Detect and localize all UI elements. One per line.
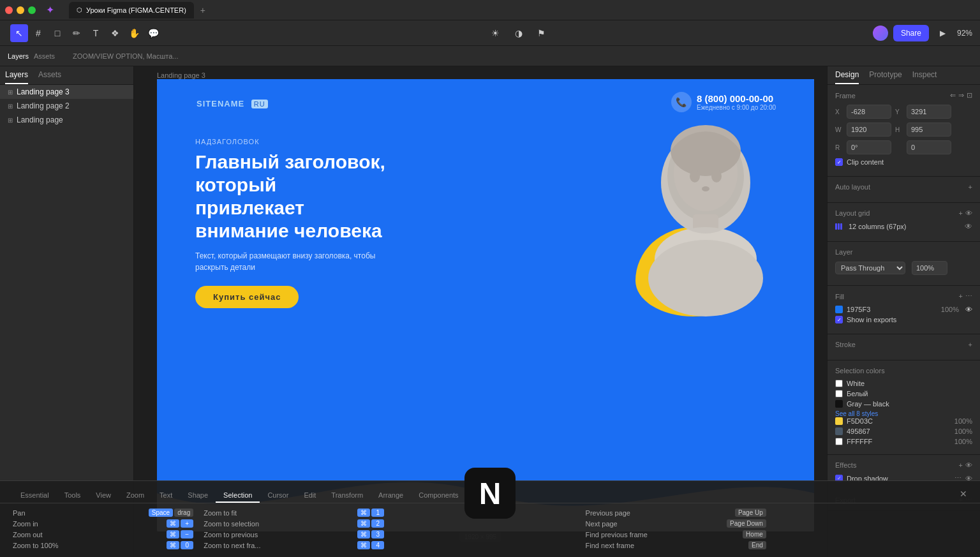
grid-toggle-icon[interactable]: 👁 [965,209,972,217]
add-effect-icon[interactable]: + [959,461,963,469]
pan-keys: Space drag [149,509,193,517]
grid-eye-icon[interactable]: 👁 [965,222,972,231]
sc-tab-zoom[interactable]: Zoom [119,489,152,503]
sc-tab-cursor[interactable]: Cursor [260,489,296,503]
grid-row: 12 columns (67px) 👁 [835,222,972,231]
cta-button[interactable]: Купить сейчас [195,286,299,308]
frame-tool-button[interactable]: # [29,24,47,42]
hand-tool-button[interactable]: ✋ [125,24,143,42]
add-auto-layout[interactable]: + [969,183,972,191]
sc-tab-view[interactable]: View [88,489,119,503]
grid-settings-icon[interactable]: + [959,209,963,217]
sc-tab-text[interactable]: Text [152,489,180,503]
cmd-key5: ⌘ [357,519,370,528]
shape-tool-button[interactable]: □ [48,24,66,42]
layer-item-landing3[interactable]: ⊞ Landing page 3 [0,85,133,99]
color-f5d03c-row: F5D03C 100% [835,417,972,425]
sc-tab-arrange[interactable]: Arrange [371,489,411,503]
play-button[interactable]: ▶ [934,24,952,42]
opacity-input[interactable] [912,261,947,275]
component-tool-button[interactable]: ❖ [106,24,124,42]
layers-tab[interactable]: Layers [8,52,29,60]
sc-item-prev-page: Previous page Page Up [586,509,766,517]
maximize-button[interactable] [28,6,36,14]
comment-tool-button[interactable]: 💬 [144,24,162,42]
flag-icon[interactable]: ⚑ [533,24,551,42]
moon-icon[interactable]: ◑ [510,24,528,42]
text-tool-button[interactable]: T [87,24,105,42]
avatar [873,26,888,41]
zoom-100-keys: ⌘ 0 [167,541,193,549]
sc-tab-shape[interactable]: Shape [180,489,216,503]
clip-content-label: Clip content [847,158,884,166]
tab-inspect[interactable]: Inspect [912,70,937,84]
dark-swatch[interactable] [835,427,843,435]
effect-toggle-icon[interactable]: 👁 [965,461,972,469]
sc-tab-essential[interactable]: Essential [13,489,57,503]
expand-icon[interactable]: ⊡ [967,91,972,100]
add-tab-button[interactable]: + [197,4,209,17]
cmd-key6: ⌘ [357,530,370,538]
extra-input[interactable] [907,140,951,154]
color-gray-row: Gray — black [835,400,972,408]
active-tab[interactable]: ⬡ Уроки Figma (FIGMA.CENTER) [69,2,194,19]
h-input[interactable] [907,123,951,137]
close-button[interactable] [5,6,13,14]
beliy-swatch[interactable] [835,390,843,397]
sc-tab-selection[interactable]: Selection [216,489,260,503]
sc-tab-tools[interactable]: Tools [57,489,89,503]
white-swatch[interactable] [835,380,843,387]
tab-prototype[interactable]: Prototype [869,70,902,84]
minimize-button[interactable] [17,6,24,14]
layer-item-landing1[interactable]: ⊞ Landing page [0,113,133,127]
sun-icon[interactable]: ☀ [487,24,505,42]
align-icon2[interactable]: ⇒ [958,91,964,100]
white2-swatch[interactable] [835,438,843,445]
show-in-exports-checkbox[interactable]: ✓ [835,316,843,323]
grid-value: 12 columns (67px) [849,223,907,230]
sc-tab-transform[interactable]: Transform [323,489,371,503]
clip-content-checkbox[interactable]: ✓ [835,158,843,166]
one-key: 1 [371,509,384,517]
dark-label: 495867 [847,427,870,435]
next-page-keys: Page Down [727,519,766,528]
pen-tool-button[interactable]: ✏ [68,24,85,42]
sc-tab-components[interactable]: Components [411,489,466,503]
grid-icons: + 👁 [959,209,972,217]
zoom-level[interactable]: 92% [957,29,972,38]
fill-settings-icon[interactable]: ⋯ [965,292,972,301]
add-fill-icon[interactable]: + [959,292,963,301]
tab-design[interactable]: Design [835,70,859,84]
assets-tab[interactable]: Assets [34,52,55,60]
tab-layers[interactable]: Layers [5,70,28,84]
r-input[interactable] [847,140,891,154]
y-input[interactable] [907,105,951,119]
gray-swatch[interactable] [835,400,843,408]
figma-menu-icon[interactable]: ✦ [41,1,59,19]
yellow-swatch[interactable] [835,417,843,425]
add-stroke-icon[interactable]: + [969,341,972,348]
align-icon[interactable]: ⇐ [950,91,956,100]
move-tool-button[interactable]: ↖ [10,24,28,42]
tab-assets[interactable]: Assets [38,70,61,84]
frame-content: НАДЗАГОЛОВОК Главный заголовок, который … [157,125,814,308]
w-input[interactable] [847,123,891,137]
fill-eye-icon[interactable]: 👁 [965,306,972,313]
n-badge: N [464,468,516,519]
cmd-key: ⌘ [167,519,179,528]
cmd-key3: ⌘ [167,541,179,549]
blend-mode-select[interactable]: Pass Through [835,262,905,274]
title-bar: ✦ ⬡ Уроки Figma (FIGMA.CENTER) + [0,0,980,20]
see-all-styles[interactable]: See all 8 styles [835,410,972,417]
find-next-keys: End [748,541,766,549]
sc-col-1: Pan Space drag Zoom in ⌘ + Zoom out ⌘ − [13,509,204,549]
share-button[interactable]: Share [893,25,929,41]
sc-item-zoom-selection: Zoom to selection ⌘ 2 [204,519,384,528]
fill-color-swatch[interactable] [835,306,843,313]
white2-label: FFFFFF [847,438,872,445]
x-input[interactable] [847,105,891,119]
shortcuts-close-button[interactable]: ✕ [960,489,967,503]
yellow-label: F5D03C [847,417,873,425]
sc-tab-edit[interactable]: Edit [296,489,323,503]
layer-item-landing2[interactable]: ⊞ Landing page 2 [0,99,133,113]
